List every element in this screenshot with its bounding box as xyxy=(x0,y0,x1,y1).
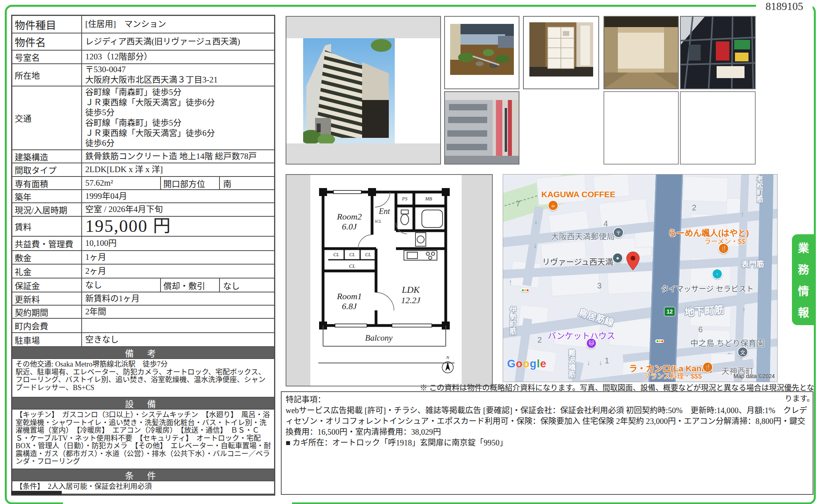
table-row: 物件名レジディア西天満(旧リヴァージュ西天満) xyxy=(12,33,274,51)
plan-room-label: Room1 xyxy=(337,291,362,301)
photo-street-view xyxy=(444,91,519,165)
special-notes-title: 特記事項： xyxy=(286,394,809,405)
plan-room-label: PS xyxy=(402,196,407,202)
plan-room-label: Ent xyxy=(378,207,390,216)
row-label: 保証金 xyxy=(12,278,82,292)
plan-room-label: 6.0J xyxy=(342,222,357,231)
poi-dot-icon: ● xyxy=(612,253,623,263)
floor-plan-drawing: Room26.0JEntSCLPSMBCLCLCLCLRoom16.8JLDK1… xyxy=(310,175,462,386)
row-value: 2LDK[LDK x 洋 x 洋] xyxy=(82,163,274,176)
building-photo-art xyxy=(303,38,395,143)
row-label: 町内会費 xyxy=(12,319,82,332)
plan-letterbox xyxy=(286,175,310,386)
row-label: 所在地 xyxy=(12,64,82,86)
plan-room-label: 6.8J xyxy=(342,301,357,311)
row-value: 1999年04月 xyxy=(82,190,274,202)
special-notes-box: 特記事項： webサービス広告掲載 [許可]・チラシ、雑誌等掲載広告 [要確認]… xyxy=(281,391,813,495)
row-value: 空きなし xyxy=(82,333,274,346)
oneway-arrow-icon: ↓ xyxy=(534,218,538,226)
floor-plan-panel: Room26.0JEntSCLPSMBCLCLCLCLRoom16.8JLDK1… xyxy=(286,174,493,386)
oneway-arrow-icon: ↑ xyxy=(742,306,746,314)
property-table: 物件種目[住居用] マンション物件名レジディア西天満(旧リヴァージュ西天満)号室… xyxy=(11,15,275,496)
row-label: 物件名 xyxy=(12,33,82,50)
locker-photo-art xyxy=(529,22,593,76)
plan-room-label: LDK xyxy=(402,285,420,295)
business-info-tab-char: 報 xyxy=(798,304,809,320)
map-poi-label: リヴァージュ西天満 xyxy=(542,256,613,267)
map-road-label: 伊勢町筋 xyxy=(507,306,517,335)
table-row: 駐車場空きなし xyxy=(12,333,274,347)
row-value: 1ヶ月 xyxy=(82,251,274,264)
row-label: 共益費・管理費 xyxy=(12,237,82,250)
section-content: その他交通: Osaka Metro堺筋線北浜駅 徒歩7分 駅近、駐車場有、エレ… xyxy=(12,359,274,398)
photo-delivery-lockers xyxy=(523,16,599,89)
photo-building-exterior xyxy=(286,16,441,165)
table-row: 建築構造鉄骨鉄筋コンクリート造 地上14階 総戸数78戸 xyxy=(12,150,274,163)
row-label: 賃料 xyxy=(12,217,82,236)
map-block-number: 3 xyxy=(597,281,602,290)
plan-letterbox xyxy=(462,175,492,386)
row-value: レジディア西天満(旧リヴァージュ西天満) xyxy=(82,33,274,50)
map-block-number: 1 xyxy=(605,356,609,365)
row-label: 駐車場 xyxy=(12,333,82,346)
row-value: 1203（12階部分） xyxy=(82,51,274,63)
photo-placeholder-empty xyxy=(603,91,679,165)
row-label: 礼金 xyxy=(12,265,82,278)
plan-room-label: Balcony xyxy=(365,333,393,343)
table-row: 礼金2ヶ月 xyxy=(12,265,274,278)
border-gap xyxy=(63,496,292,504)
special-notes-body: webサービス広告掲載 [許可]・チラシ、雑誌等掲載広告 [要確認]・保証会社：… xyxy=(286,405,809,437)
photo-storefront xyxy=(680,16,756,89)
map-block-number: 4 xyxy=(603,219,608,228)
plan-room-label: N xyxy=(446,355,449,360)
row-value xyxy=(82,319,274,332)
oneway-arrow-icon: ↓ xyxy=(599,359,602,367)
map-block-number: 2 xyxy=(692,203,696,212)
row-value: 2年間 xyxy=(82,306,274,318)
row-label: 交通 xyxy=(12,86,82,149)
business-info-tab[interactable]: 業務情報 xyxy=(792,234,815,325)
row-value: なし xyxy=(82,278,160,292)
row-value: 10,100円 xyxy=(82,237,274,250)
row-value: 〒530-0047 大阪府大阪市北区西天満３丁目3-21 xyxy=(82,64,274,86)
cat-cafe-icon: 🐱 xyxy=(586,338,597,349)
table-row: 間取タイプ2LDK[LDK x 洋 x 洋] xyxy=(12,163,274,177)
special-notes-key-line: ■ カギ所在：オートロック「呼1918」玄関扉に南京錠「9950」 xyxy=(286,437,809,448)
map-block-number: 7 xyxy=(516,199,520,208)
traffic-light-icon xyxy=(655,339,664,343)
table-row: 物件種目[住居用] マンション xyxy=(12,16,274,33)
row-label: 敷金 xyxy=(12,251,82,264)
row-label: 建築構造 xyxy=(12,150,82,163)
plan-room-label: MB xyxy=(425,196,432,202)
lobby-photo-art xyxy=(604,17,678,88)
table-row: 交通谷町線「南森町」徒歩5分 ＪＲ東西線「大阪天満宮」徒歩6分 徒歩5分 谷町線… xyxy=(12,86,274,150)
row-value: 195,000 円 xyxy=(82,217,274,236)
map-poi-label: 中之島 ちどり保育園 xyxy=(690,337,764,349)
business-info-tab-char: 業 xyxy=(798,239,809,255)
map-attribution: Map data ©2024 xyxy=(733,373,775,379)
plan-room-label: CL xyxy=(349,263,355,269)
row-label: 専有面積 xyxy=(12,177,82,189)
traffic-light-icon xyxy=(521,288,529,292)
row-label: 号室名 xyxy=(12,51,82,63)
plan-room-label: CL xyxy=(365,252,371,257)
map-poi-label: KAGUWA COFFEE xyxy=(541,190,615,199)
plan-room-label: SCL xyxy=(374,219,382,224)
map-road-label: 地下町筋 xyxy=(684,302,725,319)
restaurant-icon: 🍴 xyxy=(718,243,729,254)
plan-room-label: CL xyxy=(333,252,339,257)
school-icon: 文 xyxy=(737,347,748,357)
row-value: 新賃料の1ヶ月 xyxy=(82,292,274,305)
photo-letterbox xyxy=(286,143,440,165)
storefront-photo-art xyxy=(681,17,755,88)
row-sublabel: 開口部方位 xyxy=(160,177,220,189)
row-label: 間取タイプ xyxy=(12,163,82,176)
map-road-label: 表門筋 xyxy=(741,258,764,269)
section-header: 備 考 xyxy=(12,347,274,359)
plan-room-label: CL xyxy=(349,252,355,257)
google-logo: Google xyxy=(507,358,547,370)
map-block-number: 6 xyxy=(698,325,703,334)
restaurant-icon: 🍴 xyxy=(702,362,713,373)
table-row: 共益費・管理費10,100円 xyxy=(12,237,274,251)
section-header: 設 備 xyxy=(12,398,274,410)
